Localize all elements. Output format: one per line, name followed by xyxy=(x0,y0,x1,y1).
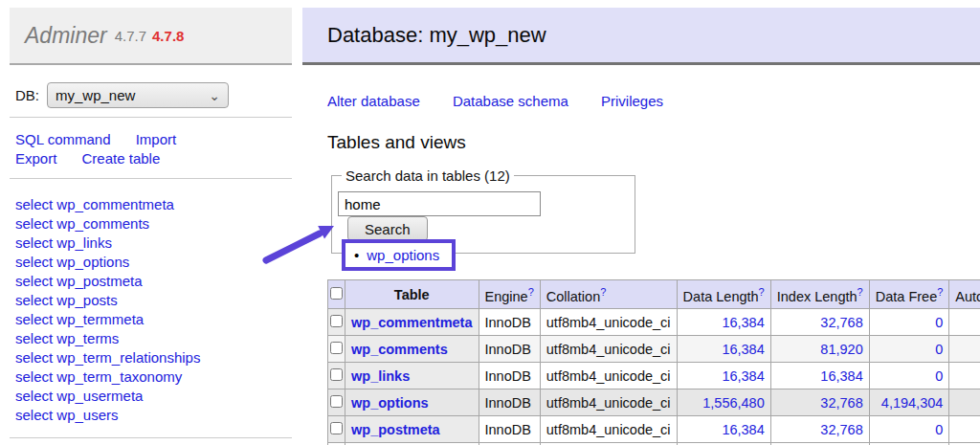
row-checkbox[interactable] xyxy=(330,342,343,354)
data-free-link[interactable]: 0 xyxy=(935,315,943,330)
sidebar-table-list: select wp_commentmeta select wp_comments… xyxy=(15,195,200,425)
list-item: select wp_users xyxy=(15,406,200,425)
bullet-icon: • xyxy=(354,247,359,263)
table-name-link[interactable]: wp_comments xyxy=(351,342,448,357)
sidebar-item-wp-posts[interactable]: select wp_posts xyxy=(15,292,118,308)
database-nav: Alter database Database schema Privilege… xyxy=(327,93,692,109)
table-name-link[interactable]: wp_options xyxy=(351,395,429,411)
help-icon[interactable]: ? xyxy=(858,286,863,298)
alter-database-link[interactable]: Alter database xyxy=(327,93,420,109)
index-length-link[interactable]: 16,384 xyxy=(820,368,862,384)
wp-options-result-link[interactable]: wp_options xyxy=(367,247,439,263)
sidebar-divider xyxy=(10,437,292,438)
sidebar-item-wp-links[interactable]: select wp_links xyxy=(15,234,112,251)
data-length-link[interactable]: 16,384 xyxy=(722,315,764,330)
sidebar-item-wp-comments[interactable]: select wp_comments xyxy=(15,215,149,232)
list-item: select wp_comments xyxy=(15,214,200,234)
sidebar-item-wp-commentmeta[interactable]: select wp_commentmeta xyxy=(15,196,174,212)
table-name-link[interactable]: wp_links xyxy=(351,368,410,384)
row-checkbox[interactable] xyxy=(330,315,343,327)
sidebar-item-wp-termmeta[interactable]: select wp_termmeta xyxy=(15,311,144,327)
list-item: select wp_term_taxonomy xyxy=(15,367,200,387)
table-header-row: Table Engine? Collation? Data Length? In… xyxy=(328,280,980,309)
adminer-new-version-link[interactable]: 4.7.8 xyxy=(152,28,184,44)
db-selector-row: DB: my_wp_new ⌄ xyxy=(15,82,229,108)
list-item: select wp_terms xyxy=(15,329,200,348)
data-free-link[interactable]: 0 xyxy=(935,422,943,437)
index-length-link[interactable]: 32,768 xyxy=(820,422,862,437)
search-button[interactable]: Search xyxy=(347,216,428,241)
table-name-link[interactable]: wp_postmeta xyxy=(351,422,440,437)
sidebar-divider xyxy=(10,178,292,179)
list-item: select wp_commentmeta xyxy=(15,195,200,214)
index-length-link[interactable]: 32,768 xyxy=(820,395,862,411)
index-length-link[interactable]: 32,768 xyxy=(820,315,862,330)
index-length-link[interactable]: 81,920 xyxy=(820,342,862,357)
privileges-link[interactable]: Privileges xyxy=(601,93,663,109)
list-item: select wp_postmeta xyxy=(15,272,200,291)
search-input[interactable] xyxy=(338,191,541,216)
list-item: select wp_usermeta xyxy=(15,387,200,406)
sidebar-item-wp-options[interactable]: select wp_options xyxy=(15,254,129,270)
collation-cell: utf8mb4_unicode_ci xyxy=(540,416,677,443)
header-label: Collation xyxy=(546,288,600,303)
table-row-wp-links: wp_links InnoDB utf8mb4_unicode_ci 16,38… xyxy=(328,363,980,389)
select-all-checkbox[interactable] xyxy=(330,287,343,300)
chevron-down-icon: ⌄ xyxy=(209,88,220,103)
auto-increment-cell xyxy=(949,336,980,363)
sql-command-link[interactable]: SQL command xyxy=(15,131,111,147)
table-row-wp-commentmeta: wp_commentmeta InnoDB utf8mb4_unicode_ci… xyxy=(328,309,980,336)
engine-cell: InnoDB xyxy=(479,416,540,443)
import-link[interactable]: Import xyxy=(136,131,177,147)
table-row-wp-comments: wp_comments InnoDB utf8mb4_unicode_ci 16… xyxy=(328,336,980,363)
sidebar-item-wp-term-taxonomy[interactable]: select wp_term_taxonomy xyxy=(15,368,182,385)
search-legend: Search data in tables (12) xyxy=(342,167,514,184)
list-item: select wp_links xyxy=(15,234,200,253)
help-icon[interactable]: ? xyxy=(937,286,943,298)
table-row-wp-options: wp_options InnoDB utf8mb4_unicode_ci 1,5… xyxy=(328,389,980,416)
create-table-link[interactable]: Create table xyxy=(82,150,161,167)
db-select[interactable]: my_wp_new ⌄ xyxy=(47,82,229,108)
engine-cell: InnoDB xyxy=(479,309,540,336)
data-length-link[interactable]: 1,556,480 xyxy=(702,395,765,411)
row-checkbox[interactable] xyxy=(330,395,343,408)
table-name-link[interactable]: wp_commentmeta xyxy=(351,315,473,330)
adminer-version: 4.7.7 xyxy=(115,28,146,44)
db-select-value: my_wp_new xyxy=(56,87,209,103)
sidebar-item-wp-usermeta[interactable]: select wp_usermeta xyxy=(15,388,143,404)
auto-increment-cell xyxy=(949,389,980,416)
export-link[interactable]: Export xyxy=(15,150,56,167)
sidebar-divider xyxy=(10,117,292,118)
row-checkbox[interactable] xyxy=(330,368,343,381)
data-free-link[interactable]: 4,194,304 xyxy=(881,395,944,411)
header-label: Data Length xyxy=(683,288,759,303)
sidebar-commands: SQL command Import Export Create table xyxy=(15,130,197,168)
data-length-link[interactable]: 16,384 xyxy=(722,342,764,357)
help-icon[interactable]: ? xyxy=(759,286,765,298)
page-title: Database: my_wp_new xyxy=(302,8,980,65)
engine-cell: InnoDB xyxy=(479,363,540,389)
column-header-data-length: Data Length? xyxy=(677,280,770,309)
auto-increment-cell xyxy=(949,309,980,336)
list-item: select wp_term_relationships xyxy=(15,348,200,367)
sidebar-item-wp-users[interactable]: select wp_users xyxy=(15,407,119,423)
adminer-logo-block: Adminer 4.7.7 4.7.8 xyxy=(10,8,292,65)
row-checkbox[interactable] xyxy=(330,422,343,434)
adminer-logo[interactable]: Adminer xyxy=(25,23,107,49)
data-free-link[interactable]: 0 xyxy=(935,342,943,357)
data-length-link[interactable]: 16,384 xyxy=(722,368,764,384)
sidebar-item-wp-postmeta[interactable]: select wp_postmeta xyxy=(15,273,143,289)
help-icon[interactable]: ? xyxy=(528,286,534,298)
db-label: DB: xyxy=(15,87,39,103)
help-icon[interactable]: ? xyxy=(600,286,606,298)
sidebar-item-wp-term-relationships[interactable]: select wp_term_relationships xyxy=(15,349,200,366)
data-length-link[interactable]: 16,384 xyxy=(722,422,764,437)
tables-overview: Table Engine? Collation? Data Length? In… xyxy=(327,279,980,445)
header-label: Index Length xyxy=(777,288,858,303)
header-label: Auto Increment xyxy=(955,288,980,303)
column-header-table: Table xyxy=(345,280,479,309)
collation-cell: utf8mb4_unicode_ci xyxy=(540,389,677,416)
database-schema-link[interactable]: Database schema xyxy=(453,93,568,109)
sidebar-item-wp-terms[interactable]: select wp_terms xyxy=(15,330,119,346)
data-free-link[interactable]: 0 xyxy=(935,368,943,384)
